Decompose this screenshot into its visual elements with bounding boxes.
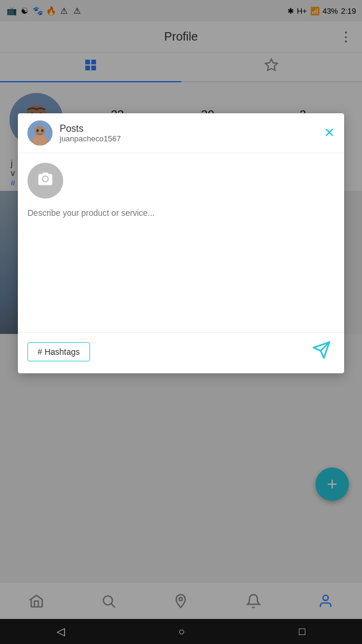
modal-username: juanpacheco1567 — [60, 134, 324, 143]
hashtags-button[interactable]: # Hashtags — [27, 342, 90, 361]
android-recents-button[interactable]: □ — [299, 626, 305, 638]
modal-body — [18, 153, 344, 332]
modal-title-block: Posts juanpacheco1567 — [60, 123, 324, 143]
photo-upload-button[interactable] — [27, 163, 63, 199]
send-button[interactable] — [308, 339, 335, 365]
modal-title: Posts — [60, 123, 324, 134]
camera-icon — [37, 171, 54, 191]
svg-point-18 — [36, 129, 39, 132]
modal-footer: # Hashtags — [18, 332, 344, 373]
android-nav: ◁ ○ □ — [0, 619, 362, 644]
send-icon — [312, 340, 331, 364]
modal-close-button[interactable]: ✕ — [324, 125, 335, 141]
android-back-button[interactable]: ◁ — [57, 625, 65, 638]
modal-card: Posts juanpacheco1567 ✕ # Hashtags — [18, 113, 344, 373]
description-textarea[interactable] — [27, 208, 335, 323]
android-home-button[interactable]: ○ — [179, 626, 185, 638]
modal-header: Posts juanpacheco1567 ✕ — [18, 113, 344, 153]
modal-avatar — [27, 120, 52, 145]
svg-point-19 — [41, 129, 44, 132]
